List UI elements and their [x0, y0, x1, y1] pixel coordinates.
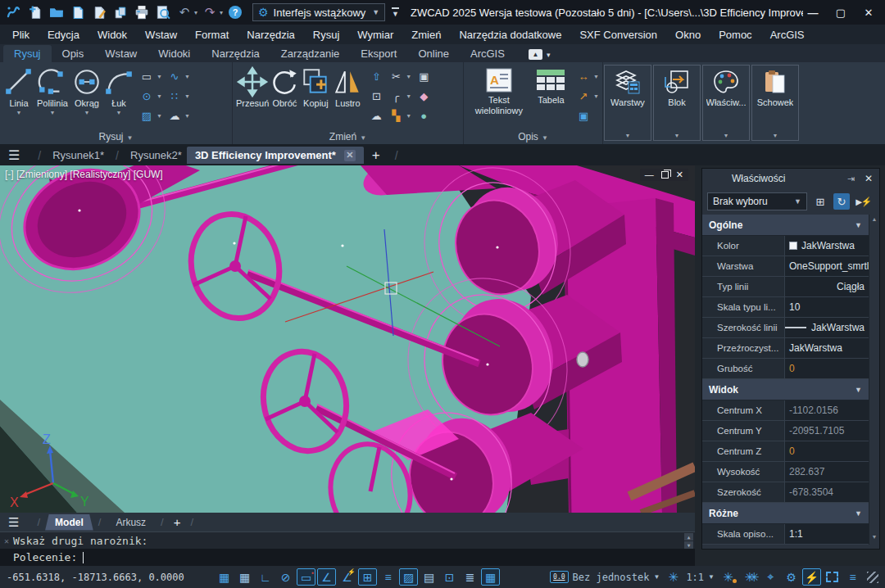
selection-cycling-icon[interactable]: ⊡ — [440, 568, 459, 586]
redo-icon[interactable]: ↷ — [201, 3, 219, 21]
ortho-mode-icon[interactable]: ∟ — [256, 568, 275, 586]
ribbon-tab-online[interactable]: Online — [407, 45, 460, 62]
tool-prostokat[interactable]: ▭▼ — [139, 67, 162, 85]
tool-szyk[interactable]: ☁ — [369, 106, 384, 124]
viewport-minimize-icon[interactable]: — — [645, 170, 654, 179]
ribbon-tab-narzedzia[interactable]: Narzędzia — [201, 45, 270, 62]
ribbon-panel-schowek[interactable]: Schowek ▼ — [751, 65, 799, 141]
layout-menu-icon[interactable]: ☰ — [8, 515, 19, 530]
properties-scrollbar[interactable]: ▲▼ — [869, 215, 879, 545]
object-snap-icon[interactable]: ▭▪ — [297, 568, 315, 586]
snap-tracking-icon[interactable]: ∠⚡ — [338, 568, 356, 586]
tool-tekst-wieloliniowy[interactable]: A Tekst wieloliniowy — [467, 66, 531, 115]
hardware-acceleration-icon[interactable]: ⚡ — [802, 568, 821, 586]
angle-snap-icon[interactable]: ∠ — [317, 568, 336, 586]
copy-icon[interactable] — [111, 3, 129, 21]
viewport-maximize-icon[interactable]: ▦ — [481, 568, 500, 586]
help-icon[interactable]: ? — [226, 3, 244, 21]
annotation-scale-icon[interactable]: ✳ — [665, 570, 682, 585]
tool-kreskowanie[interactable]: ▨▼ — [139, 106, 162, 124]
menu-item-edycja[interactable]: Edycja — [39, 27, 88, 43]
annotation-visibility-icon[interactable]: ✳ — [719, 570, 737, 585]
close-button[interactable]: ✕ — [862, 7, 875, 19]
panel-label-rysuj[interactable]: Rysuj▼ — [0, 131, 232, 142]
units-dropdown-arrow[interactable]: ▼ — [653, 573, 660, 581]
tool-lustro[interactable]: Lustro — [331, 66, 364, 109]
tool-chmurka[interactable]: ☁▼ — [167, 106, 190, 124]
command-input-line[interactable]: Polecenie: — [0, 549, 695, 566]
ribbon-tab-widoki[interactable]: Widoki — [148, 45, 201, 62]
units-format-icon[interactable]: 0.0 — [550, 571, 568, 583]
menu-item-wymiar[interactable]: Wymiar — [348, 27, 402, 43]
menu-item-wstaw[interactable]: Wstaw — [136, 27, 186, 43]
menu-item-arcgis[interactable]: ArcGIS — [761, 27, 814, 43]
prop-row-szerokosc-linii[interactable]: Szerokość linii JakWarstwa — [702, 318, 869, 338]
annotation-scale-value[interactable]: 1:1 — [686, 572, 704, 583]
ribbon-tab-zarzadzanie[interactable]: Zarządzanie — [270, 45, 351, 62]
properties-header[interactable]: Właściwości ⇥ ✕ — [702, 169, 879, 188]
open-file-icon[interactable] — [48, 3, 66, 21]
ribbon-panel-wlasciwosci[interactable]: Właściw... ▼ — [702, 65, 750, 141]
prop-row-skala-typu-linii[interactable]: Skala typu li... 10 — [702, 297, 869, 318]
transparency-display-icon[interactable]: ▨ — [399, 568, 418, 586]
section-ogolne-arrow[interactable]: ▼ — [855, 221, 862, 229]
layout-tab-model[interactable]: Model — [45, 514, 93, 531]
units-label[interactable]: Bez jednostek — [573, 572, 650, 583]
viewport-close-icon[interactable]: ✕ — [676, 170, 683, 179]
prop-row-skala-opisowa[interactable]: Skala opiso... 1:1 — [702, 524, 869, 545]
polar-tracking-icon[interactable]: ⊘ — [276, 568, 295, 586]
tool-rozciagnij[interactable]: ⇧ — [369, 67, 384, 85]
cursor-picker-icon[interactable]: ⌖ — [761, 568, 780, 586]
auto-hide-pin-icon[interactable]: ⇥ — [847, 174, 855, 184]
menu-item-format[interactable]: Format — [186, 27, 238, 43]
ribbon-tab-arcgis[interactable]: ArcGIS — [460, 45, 515, 62]
print-icon[interactable] — [133, 3, 151, 21]
tool-obroc[interactable]: Obróć — [269, 66, 300, 109]
preview-icon[interactable] — [154, 3, 172, 21]
annotation-scale-arrow[interactable]: ▼ — [708, 573, 715, 581]
tool-splajn[interactable]: ∿▼ — [167, 67, 190, 85]
prop-row-centrum-x[interactable]: Centrum X -1102.0156 — [702, 400, 869, 421]
tool-linia-odniesienia[interactable]: ↗▼ — [576, 87, 599, 105]
prop-row-warstwa[interactable]: Warstwa OneSupport_smrtlr — [702, 256, 869, 277]
menu-item-sxf-conversion[interactable]: SXF Conversion — [570, 27, 666, 43]
snap-mode-icon[interactable]: ▦ — [215, 568, 234, 586]
ribbon-collapse-arrow[interactable]: ▾ — [547, 51, 551, 59]
prop-row-centrum-z[interactable]: Centrum Z 0 — [702, 441, 869, 462]
tool-styl-tekstu[interactable]: ▣ — [576, 106, 599, 124]
workspace-select[interactable]: ⚙ Interfejs wstążkowy ▼ — [252, 3, 385, 21]
ribbon-panel-warstwy[interactable]: Warstwy ▼ — [604, 65, 651, 141]
grid-display-icon[interactable]: ▦ — [235, 568, 254, 586]
section-widok-arrow[interactable]: ▼ — [855, 386, 862, 394]
tool-luk[interactable]: Łuk ▼ — [103, 66, 134, 115]
prop-row-szerokosc[interactable]: Szerokość -678.3504 — [702, 482, 869, 503]
undo-dropdown-arrow[interactable]: ▾ — [194, 9, 197, 16]
status-menu-icon[interactable]: ≡ — [843, 568, 862, 586]
menu-item-pomoc[interactable]: Pomoc — [710, 27, 760, 43]
menu-item-rysuj[interactable]: Rysuj — [304, 27, 349, 43]
menu-item-okno[interactable]: Okno — [666, 27, 710, 43]
viewport-canvas[interactable]: Z X Y — [0, 165, 695, 513]
qat-overflow-icon[interactable]: ▼ — [392, 7, 399, 18]
doc-tab-rysunek2[interactable]: Rysunek2* — [125, 147, 187, 164]
menu-item-plik[interactable]: Plik — [3, 27, 39, 43]
ribbon-tab-wstaw[interactable]: Wstaw — [94, 45, 148, 62]
tool-polilinia[interactable]: Polilinia ▼ — [34, 66, 70, 115]
undo-icon[interactable]: ↶ — [175, 3, 193, 21]
tool-kopiuj[interactable]: Kopiuj — [300, 66, 331, 109]
prop-row-grubosc[interactable]: Grubość 0 — [702, 359, 869, 379]
fullscreen-icon[interactable] — [826, 572, 838, 582]
doc-tab-3d-efficiency[interactable]: 3D Efficiency Improvement* ✕ — [187, 147, 364, 164]
drawing-viewport[interactable]: Z X Y [-] [Zmieniony] [Realistyczny] [GU… — [0, 165, 695, 513]
blok-panel-arrow[interactable]: ▼ — [674, 133, 680, 138]
new-file-icon[interactable] — [26, 3, 44, 21]
tool-utnij[interactable]: ✂▼ — [388, 67, 411, 85]
tool-punkty[interactable]: ∷▼ — [167, 87, 190, 105]
ribbon-panel-blok[interactable]: Blok ▼ — [653, 65, 701, 141]
window-resize-grip[interactable] — [867, 572, 878, 583]
section-widok[interactable]: Widok ▼ — [702, 379, 869, 400]
layout-tab-arkusz[interactable]: Arkusz — [106, 514, 156, 531]
tool-wyrownaj[interactable]: ▣ — [416, 67, 431, 85]
tool-rozbij[interactable]: ▚▼ — [388, 106, 411, 124]
section-rozne[interactable]: Różne ▼ — [702, 503, 869, 524]
